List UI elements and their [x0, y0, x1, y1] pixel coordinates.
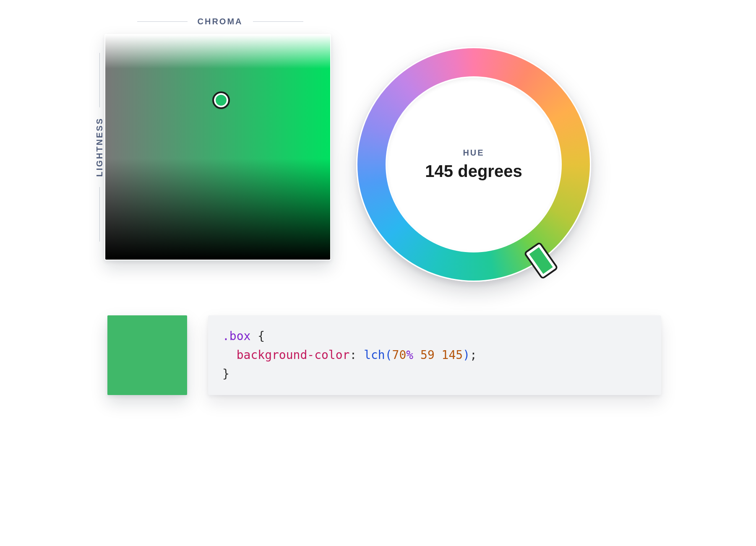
code-func: lch	[364, 348, 385, 362]
rule	[99, 187, 100, 242]
code-close-brace: }	[222, 367, 229, 381]
lightness-axis-label: LIGHTNESS	[95, 117, 104, 177]
code-property: background-color	[237, 348, 350, 362]
code-selector: .box	[222, 329, 250, 343]
hue-label: HUE	[463, 148, 484, 158]
lightness-chroma-field[interactable]	[104, 34, 331, 260]
color-picker-handle[interactable]	[214, 93, 228, 107]
rule	[99, 53, 100, 107]
lightness-chroma-panel: CHROMA LIGHTNESS	[95, 17, 331, 260]
code-open-brace: {	[250, 329, 265, 343]
css-code-block: .box { background-color: lch(70% 59 145)…	[208, 315, 661, 395]
hue-readout: HUE 145 degrees	[386, 76, 562, 252]
code-chroma: 59	[420, 348, 435, 362]
hue-wheel[interactable]: HUE 145 degrees	[356, 47, 591, 282]
result-swatch	[107, 315, 187, 395]
rule	[137, 21, 188, 22]
rule	[253, 21, 303, 22]
chroma-axis-label: CHROMA	[198, 17, 243, 26]
code-hue: 145	[442, 348, 463, 362]
code-lightness: 70	[392, 348, 407, 362]
hue-value: 145 degrees	[425, 162, 522, 181]
